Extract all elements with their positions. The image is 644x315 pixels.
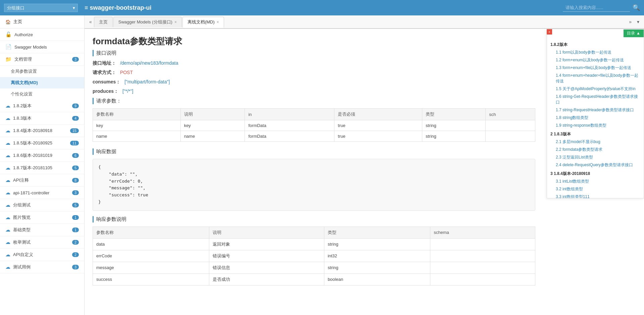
res-cell-schema	[430, 238, 535, 250]
res-col-name: 参数名称	[93, 227, 209, 238]
tab-offline-close[interactable]: ×	[217, 20, 219, 24]
tab-nav-prev[interactable]: «	[87, 18, 94, 26]
sidebar-item-test-cases[interactable]: ☁ 测试用例 3	[0, 261, 84, 273]
toc-item-3-3[interactable]: 3.3 int数组类型111	[550, 193, 640, 198]
sidebar-imgpreview-badge: 1	[72, 215, 79, 220]
response-params-section: 响应参数说明	[93, 216, 535, 223]
tab-nav-next[interactable]: »	[627, 18, 634, 26]
sidebar-item-personalize[interactable]: 个性化设置	[0, 88, 84, 100]
page-title: formdata参数类型请求	[93, 36, 535, 47]
res-cell-name: errCode	[93, 250, 209, 262]
res-cell-type: int32	[324, 250, 430, 262]
sidebar-grouptest-label: 分组测试	[13, 202, 72, 208]
tab-swagger-models[interactable]: Swagger Models (分组接口) ×	[113, 17, 182, 27]
toc-item-2-4[interactable]: 2.4 delete-RequestQuery参数类型请求接口	[550, 161, 640, 169]
toc-item-1-9[interactable]: 1.9 string-response数组类型	[550, 122, 640, 129]
sidebar-item-v183[interactable]: ☁ 1.8.3版本 4	[0, 112, 84, 125]
toc-item-1-8[interactable]: 1.8 string数组类型	[550, 114, 640, 122]
sidebar-apidefine-label: API自定义	[13, 252, 72, 258]
req-cell-name: key	[93, 120, 181, 131]
tab-swagger-label: Swagger Models (分组接口)	[118, 19, 172, 25]
sidebar-item-authorize[interactable]: 🔓 Authorize	[0, 28, 84, 41]
cloud-icon-v187: ☁	[5, 165, 10, 171]
group-select-wrapper: 分组接口	[4, 4, 78, 12]
table-row: success是否成功boolean	[93, 273, 535, 285]
sidebar-item-group-test[interactable]: ☁ 分组测试 5	[0, 199, 84, 211]
produces-value: ["*/*"]	[122, 88, 133, 94]
request-params-section: 请求参数：	[93, 98, 535, 104]
toc-close-button[interactable]: ×	[547, 29, 552, 35]
tab-collapse-btn[interactable]: ▾	[635, 18, 641, 26]
sidebar-item-global-params[interactable]: 全局参数设置	[0, 66, 84, 77]
toc-item-3-2[interactable]: 3.2 int数组类型	[550, 185, 640, 193]
sidebar-item-api-notes[interactable]: ☁ API注释 8	[0, 174, 84, 187]
toc-item-1[interactable]: 1.8.2版本	[550, 40, 640, 49]
toc-toggle-icon: ▲	[636, 31, 640, 36]
produces-label: produces：	[93, 88, 118, 94]
sidebar-item-basic-types[interactable]: ☁ 基础类型 1	[0, 224, 84, 236]
group-select[interactable]: 分组接口	[4, 4, 78, 12]
sidebar-item-api-define[interactable]: ☁ API自定义 2	[0, 249, 84, 261]
toc-item-1-7[interactable]: 1.7 string-RequestHeader参数类型请求接口	[550, 106, 640, 114]
search-input[interactable]	[563, 4, 630, 12]
sidebar-v186-label: 1.8.6版本-20181019	[13, 152, 72, 159]
toc-item-1-3[interactable]: 1.3 form+enum+file以及body参数一起传送	[550, 64, 640, 72]
sidebar-item-api-1871[interactable]: ☁ api-1871-controller 3	[0, 187, 84, 199]
toc-item-1-4[interactable]: 1.4 form+enum+header+file以及body参数一起传送	[550, 72, 640, 85]
res-cell-desc: 错误编号	[209, 250, 324, 262]
sidebar-v185-label: 1.8.5版本-20180925	[13, 140, 70, 146]
req-cell-type: string	[422, 120, 485, 131]
sidebar-item-v186[interactable]: ☁ 1.8.6版本-20181019 6	[0, 149, 84, 162]
search-button[interactable]: 🔍	[633, 4, 640, 11]
toc-item-2-3[interactable]: 2.3 泛型返回List类型	[550, 153, 640, 161]
tab-home[interactable]: 主页	[94, 17, 113, 27]
cloud-icon-enum: ☁	[5, 239, 10, 245]
sidebar-item-offline-doc[interactable]: 离线文档(MD)	[0, 77, 84, 88]
sidebar-apidefine-badge: 2	[72, 252, 79, 257]
sidebar-v187-badge: 5	[72, 166, 79, 170]
cloud-icon-v186: ☁	[5, 152, 10, 159]
tab-swagger-close[interactable]: ×	[174, 20, 177, 24]
tab-actions: » ▾	[627, 18, 641, 26]
req-col-desc: 说明	[180, 109, 245, 120]
cloud-icon-v184: ☁	[5, 128, 10, 134]
toc-item-2[interactable]: 2 1.8.3版本	[550, 129, 640, 138]
toc-item-3[interactable]: 3 1.8.4版本-20180918	[550, 169, 640, 178]
sidebar-v185-badge: 11	[70, 141, 79, 145]
toc-panel: × 目录 ▲ 1.8.2版本 1.1 form以及body参数一起传送 1.2 …	[547, 29, 644, 198]
sidebar-item-image-preview[interactable]: ☁ 图片预览 1	[0, 211, 84, 224]
response-params-table: 参数名称 说明 类型 schema data返回对象stringerrCode错…	[93, 227, 535, 286]
sidebar-item-v187[interactable]: ☁ 1.8.7版本-20181105 5	[0, 162, 84, 174]
sidebar-item-swagger-models[interactable]: 📄 Swagger Models	[0, 41, 84, 53]
toc-item-2-1[interactable]: 2.1 多层model不显示bug	[550, 138, 640, 146]
sidebar-personalize-label: 个性化设置	[11, 91, 33, 97]
api-url-value: /demo/api/new183/formdata	[120, 60, 178, 66]
consumes-row: consumes： ["multipart/form-data"]	[93, 79, 535, 85]
req-col-required: 是否必须	[334, 109, 422, 120]
sidebar-item-doc-management[interactable]: 📁 文档管理 3	[0, 53, 84, 66]
toc-toggle-button[interactable]: 目录 ▲	[624, 29, 644, 37]
sidebar-item-v182[interactable]: ☁ 1.8.2版本 9	[0, 100, 84, 112]
toc-item-1-2[interactable]: 1.2 form+enum以及body参数一起传送	[550, 56, 640, 64]
toc-item-1-6[interactable]: 1.6 string-Get-RequestHeader参数类型请求接口	[550, 93, 640, 106]
sidebar-item-v185[interactable]: ☁ 1.8.5版本-20180925 11	[0, 137, 84, 149]
sidebar-v183-label: 1.8.3版本	[13, 115, 72, 121]
toc-item-3-1[interactable]: 3.1 intList数组类型	[550, 178, 640, 185]
req-cell-in: formData	[245, 120, 334, 131]
res-col-desc: 说明	[209, 227, 324, 238]
table-row: data返回对象string	[93, 238, 535, 250]
sidebar-doc-badge: 3	[72, 57, 79, 62]
request-method-row: 请求方式： POST	[93, 70, 535, 76]
tab-offline-doc[interactable]: 离线文档(MD) ×	[182, 17, 224, 28]
sidebar-home[interactable]: 🏠 主页	[0, 15, 84, 28]
sidebar-item-v184[interactable]: ☁ 1.8.4版本-20180918 15	[0, 125, 84, 137]
toc-item-1-1[interactable]: 1.1 form以及body参数一起传送	[550, 49, 640, 56]
sidebar-item-enum-test[interactable]: ☁ 枚举测试 2	[0, 236, 84, 249]
res-cell-type: string	[324, 238, 430, 250]
consumes-label: consumes：	[93, 79, 120, 84]
res-cell-schema	[430, 262, 535, 273]
toc-item-2-2[interactable]: 2.2 formdata参数类型请求	[550, 146, 640, 153]
cloud-icon-api1871: ☁	[5, 190, 10, 196]
toc-item-1-5[interactable]: 1.5 关于@ApiModelProperty的value不支持in	[550, 85, 640, 93]
page-content: × 目录 ▲ 1.8.2版本 1.1 form以及body参数一起传送 1.2 …	[85, 29, 644, 315]
